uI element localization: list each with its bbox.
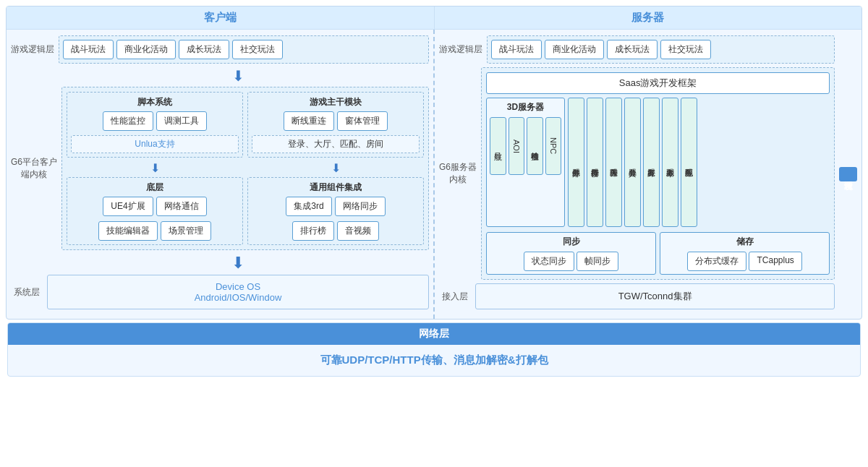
lobby-container: 登录、大厅、匹配、房间: [252, 135, 420, 153]
server-core-platform: G6服务器 内核 Saas游戏开发框架 3D服务器: [439, 67, 835, 280]
storage-box: 储存 分布式缓存 TCapplus: [660, 232, 830, 275]
client-core-content: 脚本系统 性能监控 调测工具 Unlua支持: [61, 87, 429, 250]
client-game-item-1: 商业化活动: [116, 40, 176, 59]
mail-service: 邮件服务: [568, 98, 584, 227]
top-content: 游戏逻辑层 战斗玩法 商业化活动 成长玩法 社交玩法 ⬇: [7, 30, 861, 319]
general-components-module: 通用组件集成 集成3rd 网络同步 排行榜 音视频: [247, 177, 424, 245]
audio-video: 音视频: [337, 221, 379, 241]
server-growth: 成长玩法: [607, 40, 658, 59]
system-layer-row: 系统层 Device OS Android/IOS/Window: [11, 275, 429, 309]
rank-service: 排行榜服务: [587, 98, 603, 227]
server-game-logic-boxes: 战斗玩法 商业化活动 成长玩法 社交玩法: [491, 40, 830, 59]
mid-arrows: ⬇ ⬇: [67, 161, 424, 175]
client-game-logic-row: 游戏逻辑层 战斗玩法 商业化活动 成长玩法 社交玩法: [11, 35, 429, 64]
game-main-title: 游戏主干模块: [310, 96, 362, 108]
server-title: 服务器: [631, 11, 664, 23]
net-sync: 网络同步: [335, 197, 386, 216]
unlua-container: Unlua支持: [71, 135, 239, 153]
copy-service: 副本服务: [662, 98, 678, 227]
network-section: 网络层 可靠UDP/TCP/HTTP传输、消息加解密&打解包: [7, 322, 861, 377]
saas-framework: Saas游戏开发框架: [486, 72, 830, 94]
access-layer-label: 接入层: [439, 291, 471, 303]
script-system-module: 脚本系统 性能监控 调测工具 Unlua支持: [67, 92, 243, 158]
3d-server-items: 导航 AOI 移动检查 NPC: [490, 117, 561, 175]
sync-box: 同步 状态同步 帧同步: [486, 232, 656, 275]
leaderboard-client: 排行榜: [292, 221, 334, 241]
client-bottom-modules: 底层 UE4扩展 网络通信 技能编辑器 场景管理: [67, 177, 424, 245]
client-header: 客户端: [7, 7, 434, 29]
system-layer-label: 系统层: [11, 286, 43, 299]
script-system-title: 脚本系统: [137, 96, 172, 108]
reconnect: 断线重连: [284, 111, 334, 131]
chat-service: 聊天服务: [605, 98, 622, 227]
unlua-text: Unlua支持: [76, 138, 234, 150]
client-game-item-0: 战斗玩法: [63, 40, 114, 59]
server-social: 社交玩法: [660, 40, 711, 59]
tcaplus: TCapplus: [749, 252, 801, 271]
general-comp-items1: 集成3rd 网络同步: [286, 197, 385, 216]
arrow-down-2a: ⬇: [150, 162, 160, 174]
ue4-extend: UE4扩展: [103, 197, 153, 216]
network-content: 可靠UDP/TCP/HTTP传输、消息加解密&打解包: [8, 345, 860, 376]
friend-service: 好友服务: [643, 98, 660, 227]
npc-item: NPC: [545, 117, 561, 175]
server-commerce: 商业化活动: [545, 40, 604, 59]
server-services: 邮件服务 排行榜服务 聊天服务 公共服务 好友服务 副本服务 匹配服务: [568, 98, 830, 227]
ops-management-label: 运营管理系统: [839, 167, 857, 181]
access-layer-box: TGW/Tconnd集群: [475, 283, 835, 309]
storage-items: 分布式缓存 TCapplus: [663, 252, 826, 271]
client-core-label: G6平台客户 端内核: [11, 87, 57, 250]
sync-title: 同步: [490, 236, 652, 248]
base-layer-items1: UE4扩展 网络通信: [103, 197, 206, 216]
perf-monitor: 性能监控: [103, 111, 153, 131]
ops-management-wrapper: 运营管理系统: [839, 35, 857, 313]
3d-server-area: 3D服务器 导航 AOI 移动检查 NPC: [486, 98, 830, 227]
client-game-logic-boxes: 战斗玩法 商业化活动 成长玩法 社交玩法: [63, 40, 425, 59]
server-combat: 战斗玩法: [491, 40, 542, 59]
network-comm: 网络通信: [156, 197, 207, 216]
sync-storage-row: 同步 状态同步 帧同步 储存 分布式缓存: [486, 232, 830, 275]
client-core-platform: G6平台客户 端内核 脚本系统 性能监控 调测工具: [11, 87, 429, 250]
general-comp-title: 通用组件集成: [310, 181, 362, 194]
sync-items: 状态同步 帧同步: [490, 252, 652, 271]
integrate-3rd: 集成3rd: [286, 197, 331, 216]
client-game-logic-container: 战斗玩法 商业化活动 成长玩法 社交玩法: [59, 35, 429, 64]
game-main-items1: 断线重连 窗体管理: [284, 111, 388, 131]
server-core-label: G6服务器 内核: [439, 67, 477, 280]
frame-sync: 帧同步: [576, 252, 618, 271]
script-system-items1: 性能监控 调测工具: [103, 111, 207, 131]
base-layer-items2: 技能编辑器 场景管理: [98, 221, 211, 241]
client-top-modules: 脚本系统 性能监控 调测工具 Unlua支持: [67, 92, 424, 158]
top-labels: 客户端 服务器: [7, 7, 861, 30]
scene-mgmt: 场景管理: [161, 221, 211, 241]
server-game-logic-label: 游戏逻辑层: [439, 43, 482, 56]
access-layer-row: 接入层 TGW/Tconnd集群: [439, 283, 835, 309]
base-layer-title: 底层: [146, 181, 163, 194]
aoi-item: AOI: [509, 117, 524, 175]
client-game-logic-label: 游戏逻辑层: [11, 43, 54, 56]
arrow-down-large: ⬇: [231, 254, 244, 272]
match-service: 匹配服务: [681, 98, 697, 227]
storage-title: 储存: [663, 236, 826, 248]
client-section: 游戏逻辑层 战斗玩法 商业化活动 成长玩法 社交玩法 ⬇: [7, 30, 435, 319]
public-service: 公共服务: [624, 98, 641, 227]
nav-item: 导航: [490, 117, 506, 175]
3d-server-box: 3D服务器 导航 AOI 移动检查 NPC: [486, 98, 565, 227]
server-section: 游戏逻辑层 战斗玩法 商业化活动 成长玩法 社交玩法: [435, 30, 861, 319]
lobby-text: 登录、大厅、匹配、房间: [257, 138, 414, 150]
server-game-logic-container: 战斗玩法 商业化活动 成长玩法 社交玩法: [487, 35, 835, 64]
client-game-item-2: 成长玩法: [179, 40, 229, 59]
move-check-item: 移动检查: [527, 117, 543, 175]
server-main: 游戏逻辑层 战斗玩法 商业化活动 成长玩法 社交玩法: [439, 35, 835, 313]
state-sync: 状态同步: [524, 252, 574, 271]
arrow-down-1: ⬇: [232, 68, 244, 84]
client-game-item-3: 社交玩法: [232, 40, 283, 59]
client-title: 客户端: [204, 11, 237, 23]
dist-cache: 分布式缓存: [687, 252, 746, 271]
skill-editor: 技能编辑器: [98, 221, 158, 241]
game-main-module: 游戏主干模块 断线重连 窗体管理 登录、大厅、匹配、房间: [247, 92, 424, 158]
base-layer-module: 底层 UE4扩展 网络通信 技能编辑器 场景管理: [67, 177, 243, 245]
system-layer-box: Device OS Android/IOS/Window: [47, 275, 429, 309]
network-title-bar: 网络层: [8, 323, 860, 345]
general-comp-items2: 排行榜 音视频: [292, 221, 379, 241]
